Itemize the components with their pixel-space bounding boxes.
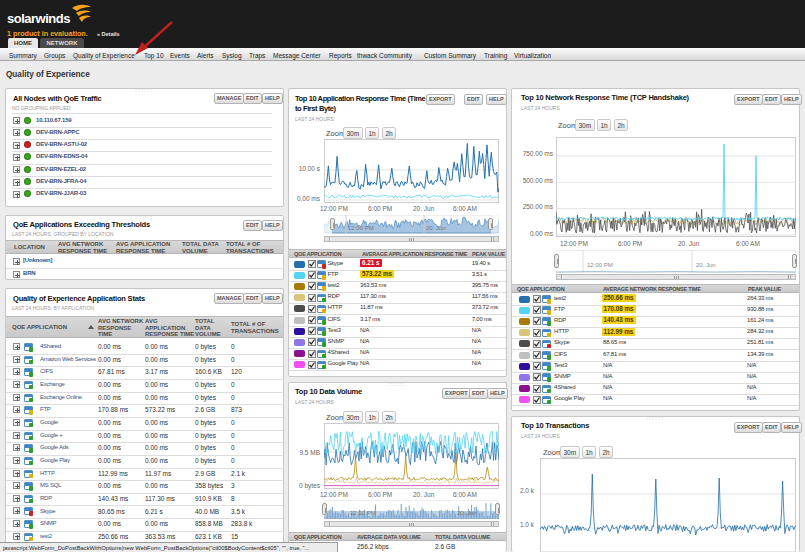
svg-text:12:00 PM: 12:00 PM — [587, 262, 613, 268]
svg-text:12:00 PM: 12:00 PM — [348, 225, 374, 231]
svg-text:20. Jun: 20. Jun — [426, 225, 446, 231]
svg-text:20. Jun: 20. Jun — [457, 510, 477, 516]
svg-text:20. Jun: 20. Jun — [696, 262, 716, 268]
svg-text:12:00 PM: 12:00 PM — [350, 510, 376, 516]
